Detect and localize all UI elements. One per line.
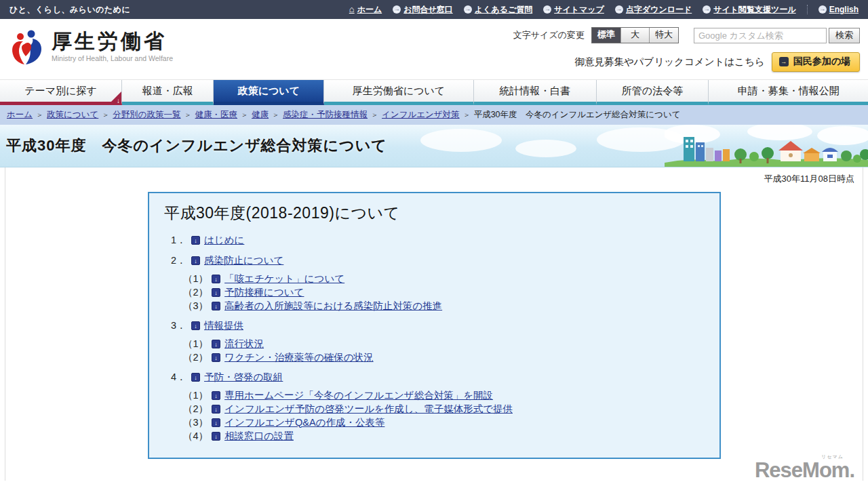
anchor-link[interactable]: インフルエンザ予防の啓発ツールを作成し、電子媒体形式で提供 <box>224 403 513 416</box>
anchor-link[interactable]: 「咳エチケット」について <box>224 273 344 285</box>
anchor-link[interactable]: 高齢者の入所施設等における感染防止対策の推進 <box>224 300 442 313</box>
font-size-option-0[interactable]: 標準 <box>592 28 620 43</box>
breadcrumb-link-6[interactable]: インフルエンザ対策 <box>382 109 460 121</box>
anchor-link-icon: ↓ <box>212 432 220 441</box>
anchor-link[interactable]: 予防接種について <box>224 286 304 299</box>
anchor-link[interactable]: ワクチン・治療薬等の確保の状況 <box>224 351 374 364</box>
corner-arrow-icon: ↓ <box>117 97 120 104</box>
anchor-link[interactable]: インフルエンザQ&Aの作成・公表等 <box>224 416 384 429</box>
arrow-circle-icon: → <box>543 5 551 14</box>
anchor-link-icon: ↓ <box>212 288 220 297</box>
anchor-link[interactable]: 相談窓口の設置 <box>224 430 294 443</box>
header-row-1: 文字サイズの変更 標準大特大 検索 <box>513 27 860 43</box>
topbar-link-4[interactable]: →点字ダウンロード <box>615 4 692 16</box>
font-size-buttons: 標準大特大 <box>591 27 679 43</box>
list-item: 1．↓はじめに <box>164 233 706 247</box>
nav-tab-1[interactable]: 報道・広報 <box>122 80 214 105</box>
item-number: （4） <box>183 430 208 443</box>
breadcrumb-separator: ＞ <box>102 110 109 120</box>
breadcrumb-separator: ＞ <box>272 110 279 120</box>
header-row-2: 御意見募集やパブリックコメントはこちら → 国民参加の場 <box>513 52 860 72</box>
watermark-ruby: リセマム <box>821 454 844 459</box>
breadcrumb-link-0[interactable]: ホーム <box>7 109 33 121</box>
anchor-link[interactable]: 専用ホームページ「今冬のインフルエンザ総合対策」を開設 <box>224 389 493 402</box>
logo-text: 厚生労働省 Ministry of Health, Labour and Wel… <box>52 30 173 62</box>
list-item: 2．↓感染防止について <box>164 254 706 268</box>
search-input[interactable] <box>694 28 827 43</box>
topbar-link-6[interactable]: →English <box>818 5 859 14</box>
list-item: 4．↓予防・啓発の取組 <box>164 370 706 384</box>
breadcrumb-link-4[interactable]: 健康 <box>252 109 269 121</box>
anchor-link-icon: ↓ <box>191 256 200 265</box>
opinion-text: 御意見募集やパブリックコメントはこちら <box>574 56 764 68</box>
participation-button[interactable]: → 国民参加の場 <box>772 52 860 72</box>
font-size-option-1[interactable]: 大 <box>620 28 649 43</box>
arrow-circle-icon: → <box>703 5 711 14</box>
site-logo[interactable]: 厚生労働省 Ministry of Health, Labour and Wel… <box>7 26 173 66</box>
site-name: 厚生労働省 <box>52 30 173 54</box>
item-number: （2） <box>183 403 208 416</box>
anchor-link[interactable]: 予防・啓発の取組 <box>204 371 283 384</box>
site-header: 厚生労働省 Ministry of Health, Labour and Wel… <box>0 19 868 80</box>
item-number: （3） <box>183 416 208 429</box>
date-note: 平成30年11月08日時点 <box>5 167 863 185</box>
nav-tab-6[interactable]: 申請・募集・情報公開 <box>709 80 868 105</box>
search-button[interactable]: 検索 <box>829 28 860 43</box>
anchor-link-icon: ↓ <box>212 418 220 427</box>
anchor-link-icon: ↓ <box>191 236 200 245</box>
nav-tab-4[interactable]: 統計情報・白書 <box>474 80 597 105</box>
nav-tab-2[interactable]: 政策について <box>214 80 324 105</box>
topbar-link-label: サイトマップ <box>554 4 604 16</box>
breadcrumb-link-2[interactable]: 分野別の政策一覧 <box>113 109 180 121</box>
topbar-link-2[interactable]: →よくあるご質問 <box>464 4 532 16</box>
anchor-link[interactable]: 情報提供 <box>204 319 243 332</box>
topbar-link-5[interactable]: →サイト閲覧支援ツール <box>703 4 795 16</box>
anchor-link[interactable]: 流行状況 <box>224 338 264 350</box>
breadcrumb-separator: ＞ <box>371 110 378 120</box>
sub-list: （1）↓専用ホームページ「今冬のインフルエンザ総合対策」を開設（2）↓インフルエ… <box>183 388 706 443</box>
arrow-circle-icon: → <box>393 5 401 14</box>
breadcrumb-link-3[interactable]: 健康・医療 <box>195 109 238 121</box>
font-size-option-2[interactable]: 特大 <box>649 28 678 43</box>
sub-list-item: （2）↓予防接種について <box>183 285 706 299</box>
item-number: （2） <box>183 351 208 364</box>
breadcrumb-link-5[interactable]: 感染症・予防接種情報 <box>283 109 368 121</box>
site-name-en: Ministry of Health, Labour and Welfare <box>52 54 173 62</box>
item-number: 4． <box>171 371 187 384</box>
nav-tab-3[interactable]: 厚生労働省について <box>324 80 473 105</box>
breadcrumb-link-1[interactable]: 政策について <box>47 109 98 121</box>
anchor-link-icon: ↓ <box>212 275 220 283</box>
topbar-link-label: よくあるご質問 <box>475 4 532 16</box>
topbar-link-label: 点字ダウンロード <box>626 4 692 16</box>
sub-list-item: （3）↓インフルエンザQ&Aの作成・公表等 <box>183 416 706 429</box>
topbar-links: ⌂ホーム→お問合せ窓口→よくあるご質問→サイトマップ→点字ダウンロード→サイト閲… <box>338 4 859 16</box>
mhlw-logo-icon <box>7 26 46 66</box>
item-number: （1） <box>183 338 208 350</box>
item-number: （3） <box>183 300 208 313</box>
summary-box-title: 平成30年度(2018-2019)について <box>164 203 706 224</box>
nav-tab-0[interactable]: テーマ別に探す↓ <box>0 80 122 105</box>
sub-list-item: （1）↓流行状況 <box>183 337 706 350</box>
topbar-link-label: English <box>829 5 859 14</box>
item-number: （1） <box>183 273 208 285</box>
list-item: 3．↓情報提供 <box>164 319 706 333</box>
site-search: 検索 <box>694 28 860 43</box>
sub-list-item: （2）↓ワクチン・治療薬等の確保の状況 <box>183 350 706 364</box>
topbar-link-1[interactable]: →お問合せ窓口 <box>393 4 453 16</box>
cloud-shape <box>515 140 576 157</box>
anchor-link-icon: ↓ <box>212 302 220 310</box>
arrow-circle-icon: → <box>818 5 827 14</box>
main-content: 平成30年11月08日時点 平成30年度(2018-2019)について 1．↓は… <box>5 167 863 481</box>
nav-tab-5[interactable]: 所管の法令等 <box>597 80 709 105</box>
page-title-banner: 平成30年度 今冬のインフルエンザ総合対策について <box>0 125 868 167</box>
page-title: 平成30年度 今冬のインフルエンザ総合対策について <box>6 136 387 156</box>
topbar-link-0[interactable]: ⌂ホーム <box>349 4 382 16</box>
anchor-link[interactable]: 感染防止について <box>204 254 283 267</box>
home-icon: ⌂ <box>349 5 355 14</box>
breadcrumb: ホーム＞政策について＞分野別の政策一覧＞健康・医療＞健康＞感染症・予防接種情報＞… <box>0 105 868 125</box>
topbar-link-3[interactable]: →サイトマップ <box>543 4 604 16</box>
topbar-divider <box>807 5 808 14</box>
anchor-link-icon: ↓ <box>191 321 200 330</box>
town-illustration <box>665 125 868 167</box>
anchor-link[interactable]: はじめに <box>204 234 244 247</box>
